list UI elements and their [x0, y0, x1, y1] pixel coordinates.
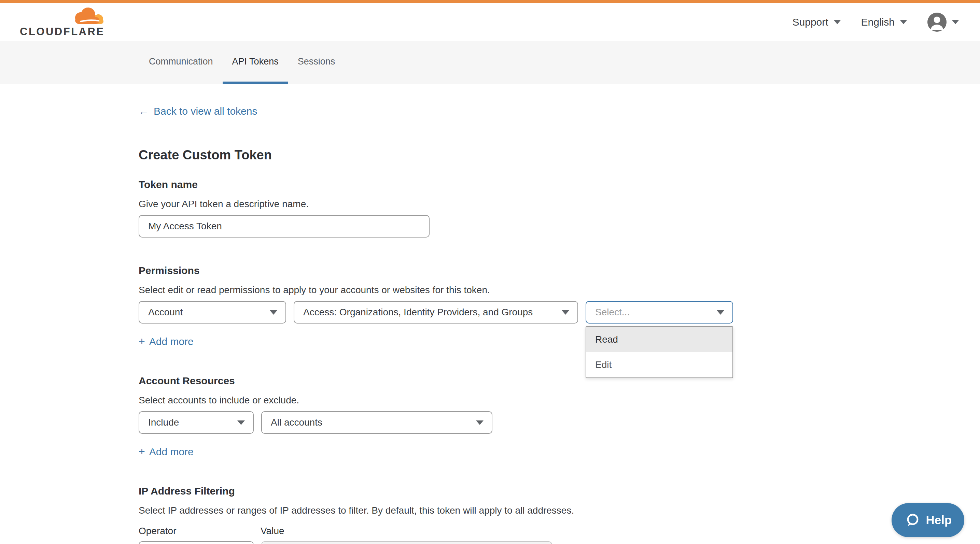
menu-option-edit[interactable]: Edit — [586, 352, 732, 377]
account-resources-heading: Account Resources — [138, 375, 980, 387]
chevron-down-icon — [562, 310, 569, 315]
account-resources-section: Account Resources Select accounts to inc… — [138, 375, 980, 458]
permission-level-menu: Read Edit — [585, 326, 733, 378]
language-menu[interactable]: English — [861, 16, 907, 28]
operator-label: Operator — [138, 526, 254, 536]
plus-icon: + — [138, 446, 145, 458]
permission-scope-value: Account — [148, 307, 183, 318]
permission-item-value: Access: Organizations, Identity Provider… — [303, 307, 533, 318]
token-name-heading: Token name — [138, 179, 980, 190]
token-name-input[interactable] — [138, 215, 430, 238]
help-button[interactable]: Help — [892, 503, 964, 537]
account-menu[interactable] — [928, 13, 959, 32]
plus-icon: + — [138, 335, 145, 348]
permission-level-select[interactable]: Select... Read Edit — [585, 301, 733, 324]
token-name-section: Token name Give your API token a descrip… — [138, 179, 980, 238]
resource-mode-value: Include — [148, 417, 179, 428]
resource-target-select[interactable]: All accounts — [261, 411, 492, 434]
permissions-description: Select edit or read permissions to apply… — [138, 285, 980, 295]
cloudflare-logo[interactable]: CLOUDFLARE — [20, 6, 105, 38]
permissions-section: Permissions Select edit or read permissi… — [138, 265, 980, 348]
cloudflare-cloud-icon — [68, 6, 105, 25]
back-to-tokens-link[interactable]: ← Back to view all tokens — [138, 105, 257, 117]
add-more-label: Add more — [149, 336, 194, 347]
chevron-down-icon — [900, 20, 907, 24]
permissions-heading: Permissions — [138, 265, 980, 276]
support-menu[interactable]: Support — [792, 16, 841, 28]
language-label: English — [861, 16, 895, 28]
chevron-down-icon — [476, 420, 484, 425]
value-label: Value — [261, 526, 730, 536]
tab-communication[interactable]: Communication — [139, 41, 223, 84]
permission-level-placeholder: Select... — [595, 307, 630, 318]
header: CLOUDFLARE Support English — [0, 3, 980, 41]
tab-api-tokens[interactable]: API Tokens — [223, 41, 288, 84]
cloudflare-wordmark: CLOUDFLARE — [20, 25, 105, 38]
tab-sessions[interactable]: Sessions — [288, 41, 345, 84]
ip-filtering-heading: IP Address Filtering — [138, 485, 980, 497]
resource-target-value: All accounts — [271, 417, 322, 428]
page: CLOUDFLARE Support English — [0, 0, 980, 544]
support-label: Support — [792, 16, 828, 28]
header-nav: Support English — [792, 13, 959, 32]
main-content: ← Back to view all tokens Create Custom … — [0, 84, 980, 544]
tab-bar: Communication API Tokens Sessions — [0, 41, 980, 84]
token-name-description: Give your API token a descriptive name. — [138, 198, 980, 209]
back-link-label: Back to view all tokens — [154, 105, 257, 117]
ip-filtering-description: Select IP addresses or ranges of IP addr… — [138, 505, 980, 516]
chevron-down-icon — [237, 420, 245, 425]
left-arrow-icon: ← — [138, 105, 149, 117]
ip-value-input[interactable] — [261, 541, 552, 544]
avatar — [928, 13, 947, 32]
permissions-add-more-link[interactable]: + Add more — [138, 335, 194, 348]
menu-option-read[interactable]: Read — [586, 327, 732, 352]
add-more-label: Add more — [149, 446, 194, 458]
account-resources-description: Select accounts to include or exclude. — [138, 395, 980, 406]
chevron-down-icon — [270, 310, 277, 315]
page-title: Create Custom Token — [138, 148, 980, 162]
chevron-down-icon — [834, 20, 841, 24]
ip-filtering-section: IP Address Filtering Select IP addresses… — [138, 485, 980, 544]
account-resources-add-more-link[interactable]: + Add more — [138, 446, 194, 458]
user-icon — [928, 13, 947, 32]
help-button-label: Help — [926, 513, 952, 527]
ip-operator-select[interactable]: Select... — [138, 541, 254, 544]
permission-item-select[interactable]: Access: Organizations, Identity Provider… — [294, 301, 578, 324]
resource-mode-select[interactable]: Include — [138, 411, 254, 434]
chevron-down-icon — [952, 20, 959, 24]
chat-bubble-icon — [904, 512, 921, 528]
brand-accent-bar — [0, 0, 980, 3]
permission-scope-select[interactable]: Account — [138, 301, 286, 324]
chevron-down-icon — [717, 310, 724, 315]
